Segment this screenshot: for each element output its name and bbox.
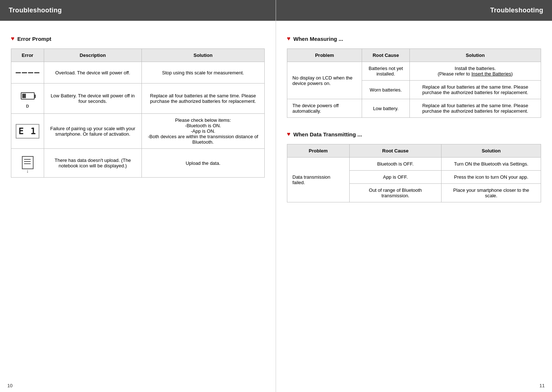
problem-data-transmission: Data transmission failed. — [287, 158, 350, 202]
left-header: Troubleshooting — [0, 0, 276, 21]
col-problem-m: Problem — [287, 49, 362, 62]
heart-icon-transmitting: ♥ — [287, 131, 291, 137]
right-header-title: Troubleshooting — [490, 7, 544, 14]
right-content: ♥ When Measuring ... Problem Root Cause … — [276, 21, 552, 379]
description-e1: Failure of pairing up your scale with yo… — [44, 114, 142, 149]
solution-closer: Place your smartphone closer to the scal… — [442, 184, 541, 202]
page-number-right: 11 — [276, 379, 552, 392]
col-rootcause-m: Root Cause — [362, 49, 409, 62]
solution-install-batteries: Install the batteries.(Please refer to I… — [409, 62, 541, 81]
rootcause-bluetooth-off: Bluetooth is OFF. — [349, 158, 442, 171]
table-row: The device powers off automatically. Low… — [287, 99, 541, 118]
col-solution: Solution — [141, 49, 264, 62]
measuring-label: When Measuring ... — [294, 36, 343, 42]
table-row: ↓ There has data doesn't upload. (The no… — [11, 149, 265, 178]
description-battery: Low Battery. The device will power off i… — [44, 84, 142, 114]
page-number-left: 10 — [0, 379, 276, 392]
table-row: E 1 Failure of pairing up your scale wit… — [11, 114, 265, 149]
solution-notebook: Upload the data. — [141, 149, 264, 178]
rootcause-app-off: App is OFF. — [349, 171, 442, 184]
transmitting-table: Problem Root Cause Solution Data transmi… — [287, 144, 541, 202]
insert-batteries-link[interactable]: Insert the Batteries — [471, 71, 511, 77]
error-table: Error Description Solution — [11, 48, 265, 178]
rootcause-low-battery: Low battery. — [362, 99, 409, 118]
left-header-title: Troubleshooting — [9, 7, 62, 14]
heart-icon: ♥ — [11, 35, 15, 42]
solution-low-battery: Replace all four batteries at the same t… — [409, 99, 541, 118]
rootcause-worn-batteries: Worn batteries. — [362, 81, 409, 99]
transmitting-label: When Data Transmitting ... — [294, 131, 362, 137]
measuring-table: Problem Root Cause Solution No display o… — [287, 48, 541, 118]
description-overload: Overload. The device will power off. — [44, 62, 142, 84]
error-icon-notebook: ↓ — [11, 149, 44, 178]
left-page: Troubleshooting ♥ Error Prompt Error Des… — [0, 0, 276, 392]
right-page: Troubleshooting ♥ When Measuring ... Pro… — [276, 0, 552, 392]
error-icon-dashes — [11, 62, 44, 84]
table-row: D Low Battery. The device will power off… — [11, 84, 265, 114]
col-problem-t: Problem — [287, 144, 350, 158]
heart-icon-measuring: ♥ — [287, 35, 291, 42]
table-row: No display on LCD when the device powers… — [287, 62, 541, 81]
col-solution-t: Solution — [442, 144, 541, 158]
left-content: ♥ Error Prompt Error Description Solutio… — [0, 21, 276, 379]
col-solution-m: Solution — [409, 49, 541, 62]
col-error: Error — [11, 49, 44, 62]
error-prompt-heading: ♥ Error Prompt — [11, 35, 265, 42]
error-icon-battery: D — [11, 84, 44, 114]
description-notebook: There has data doesn't upload. (The note… — [44, 149, 142, 178]
solution-overload: Stop using this scale for measurement. — [141, 62, 264, 84]
table-row: Data transmission failed. Bluetooth is O… — [287, 158, 541, 171]
solution-bluetooth-on: Turn ON the Bluetooth via Settings. — [442, 158, 541, 171]
solution-worn-batteries: Replace all four batteries at the same t… — [409, 81, 541, 99]
when-measuring-heading: ♥ When Measuring ... — [287, 35, 541, 42]
error-icon-e1: E 1 — [11, 114, 44, 149]
solution-e1: Please check below items: -Bluetooth is … — [141, 114, 264, 149]
col-description: Description — [44, 49, 142, 62]
col-rootcause-t: Root Cause — [349, 144, 442, 158]
right-header: Troubleshooting — [276, 0, 552, 21]
solution-app-on: Press the icon to turn ON your app. — [442, 171, 541, 184]
rootcause-batteries-not-installed: Batteries not yet installed. — [362, 62, 409, 81]
rootcause-out-of-range: Out of range of Bluetooth transmission. — [349, 184, 442, 202]
when-transmitting-heading: ♥ When Data Transmitting ... — [287, 131, 541, 137]
solution-battery: Replace all four batteries at the same t… — [141, 84, 264, 114]
problem-powers-off: The device powers off automatically. — [287, 99, 362, 118]
problem-no-display: No display on LCD when the device powers… — [287, 62, 362, 99]
error-prompt-label: Error Prompt — [18, 36, 51, 42]
table-row: Overload. The device will power off. Sto… — [11, 62, 265, 84]
